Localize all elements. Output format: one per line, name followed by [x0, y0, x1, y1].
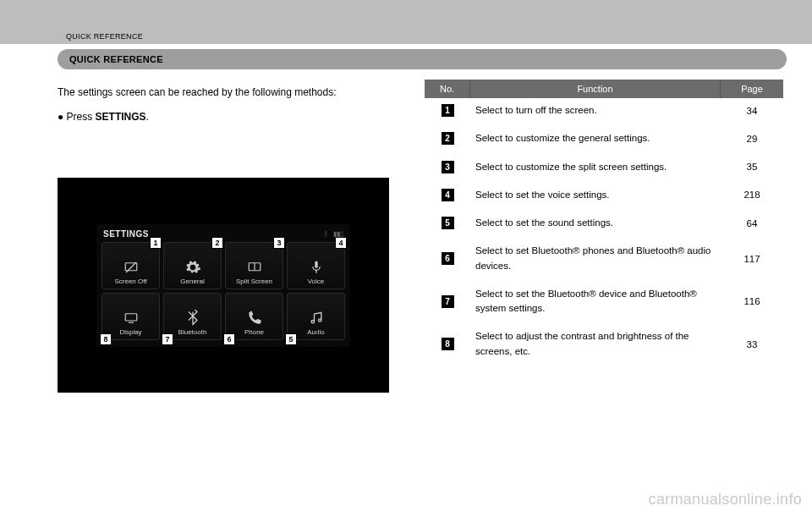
- gear-icon: [184, 259, 202, 276]
- function-reference-table: No. Function Page 1 Select to turn off t…: [425, 80, 783, 367]
- callout-tag: 7: [162, 333, 173, 345]
- callout-tag: 2: [211, 237, 223, 249]
- row-function: Select to set the sound settings.: [470, 216, 721, 230]
- row-function: Select to adjust the contrast and bright…: [470, 329, 721, 359]
- callout-numbox: 4: [442, 189, 454, 201]
- row-no: 3: [425, 161, 470, 173]
- row-no: 7: [425, 295, 470, 308]
- tile-label: Display: [119, 328, 141, 336]
- row-no: 8: [425, 338, 470, 350]
- callout-tag: 5: [285, 333, 297, 345]
- row-no: 1: [425, 104, 470, 117]
- row-function: Select to set the voice settings.: [470, 188, 721, 202]
- callout-tag: 8: [100, 333, 112, 345]
- table-row: 5 Select to set the sound settings. 64: [425, 211, 783, 239]
- manual-page: QUICK REFERENCE QUICK REFERENCE The sett…: [0, 0, 812, 517]
- table-row: 6 Select to set Bluetooth® phones and Bl…: [425, 239, 783, 282]
- callout-numbox: 6: [442, 252, 454, 265]
- tile-label: Voice: [308, 278, 325, 285]
- phone-icon: [245, 310, 264, 327]
- callout-numbox: 2: [442, 132, 454, 145]
- intro-bullet: ● Press SETTINGS.: [58, 109, 389, 125]
- settings-screen-title: SETTINGS: [103, 229, 149, 239]
- row-no: 4: [425, 189, 470, 201]
- callout-tag: 1: [150, 237, 162, 249]
- tile-audio[interactable]: Audio 5: [287, 293, 345, 340]
- row-page: 64: [721, 218, 783, 228]
- settings-tile-grid: 1 Screen Off 2 General 3: [102, 242, 345, 340]
- tile-general[interactable]: 2 General: [163, 242, 222, 289]
- chapter-heading-text: QUICK REFERENCE: [69, 54, 163, 64]
- row-page: 117: [721, 254, 783, 264]
- tile-label: General: [180, 278, 204, 285]
- intro-bullet-suffix: .: [146, 111, 149, 123]
- watermark-text: carmanualsonline.info: [649, 491, 802, 509]
- callout-tag: 6: [223, 333, 235, 345]
- screen-off-icon: [122, 259, 140, 276]
- table-row: 4 Select to set the voice settings. 218: [425, 183, 783, 211]
- row-page: 35: [721, 162, 783, 172]
- callout-numbox: 8: [442, 338, 454, 350]
- col-no-header: No.: [425, 80, 470, 98]
- row-no: 6: [425, 252, 470, 265]
- row-no: 5: [425, 217, 470, 229]
- row-page: 116: [721, 296, 783, 306]
- table-header-row: No. Function Page: [425, 80, 783, 98]
- chapter-heading-bar: QUICK REFERENCE: [58, 49, 787, 69]
- row-function: Select to customize the split screen set…: [470, 160, 721, 174]
- row-no: 2: [425, 132, 470, 145]
- row-page: 34: [721, 106, 783, 116]
- col-page-header: Page: [721, 80, 783, 98]
- tile-label: Bluetooth: [178, 328, 207, 336]
- row-function: Select to turn off the screen.: [470, 103, 721, 118]
- running-head: QUICK REFERENCE: [66, 32, 143, 41]
- intro-bullet-prefix: ● Press: [58, 111, 96, 123]
- tile-display[interactable]: Display 8: [102, 293, 160, 340]
- callout-tag: 3: [273, 237, 285, 249]
- row-function: Select to set the Bluetooth® device and …: [470, 287, 721, 316]
- table-body: 1 Select to turn off the screen. 34 2 Se…: [425, 98, 783, 367]
- row-page: 29: [721, 134, 783, 144]
- callout-numbox: 1: [442, 104, 454, 117]
- table-row: 2 Select to customize the general settin…: [425, 126, 783, 154]
- intro-line1: The settings screen can be reached by th…: [58, 85, 389, 101]
- row-page: 218: [721, 190, 783, 200]
- row-page: 33: [721, 339, 783, 349]
- intro-settings-key: SETTINGS: [96, 111, 146, 123]
- table-row: 1 Select to turn off the screen. 34: [425, 98, 783, 126]
- bluetooth-icon: [184, 310, 202, 327]
- intro-paragraph: The settings screen can be reached by th…: [58, 85, 389, 125]
- music-icon: [307, 310, 326, 327]
- tile-label: Audio: [307, 328, 324, 336]
- tile-screen-off[interactable]: 1 Screen Off: [102, 242, 160, 289]
- svg-rect-4: [315, 261, 317, 267]
- tile-phone[interactable]: Phone 6: [225, 293, 283, 340]
- bluetooth-status-icon: ᛒ: [324, 230, 328, 238]
- col-function-header: Function: [470, 80, 721, 98]
- callout-numbox: 3: [442, 161, 454, 173]
- tile-voice[interactable]: 4 Voice: [287, 242, 345, 289]
- tile-split-screen[interactable]: 3 Split Screen: [225, 242, 283, 289]
- callout-numbox: 5: [442, 217, 454, 229]
- tile-bluetooth[interactable]: Bluetooth 7: [163, 293, 222, 340]
- row-function: Select to customize the general settings…: [470, 131, 721, 146]
- tile-label: Screen Off: [114, 278, 146, 285]
- tile-label: Phone: [244, 328, 264, 336]
- infotainment-header: SETTINGS ᛒ ▮▮▯: [102, 228, 345, 242]
- table-row: 3 Select to customize the split screen s…: [425, 155, 783, 183]
- split-icon: [245, 259, 264, 276]
- table-row: 7 Select to set the Bluetooth® device an…: [425, 282, 783, 325]
- infotainment-settings-screen: SETTINGS ᛒ ▮▮▯ 1 Screen Off 2: [96, 224, 350, 347]
- settings-screenshot-frame: SETTINGS ᛒ ▮▮▯ 1 Screen Off 2: [58, 178, 389, 393]
- table-row: 8 Select to adjust the contrast and brig…: [425, 324, 783, 367]
- row-function: Select to set Bluetooth® phones and Blue…: [470, 244, 721, 273]
- callout-tag: 4: [335, 237, 347, 249]
- callout-numbox: 7: [442, 295, 454, 308]
- mic-icon: [307, 259, 326, 276]
- display-icon: [122, 310, 140, 327]
- svg-rect-6: [125, 313, 137, 320]
- tile-label: Split Screen: [236, 278, 272, 285]
